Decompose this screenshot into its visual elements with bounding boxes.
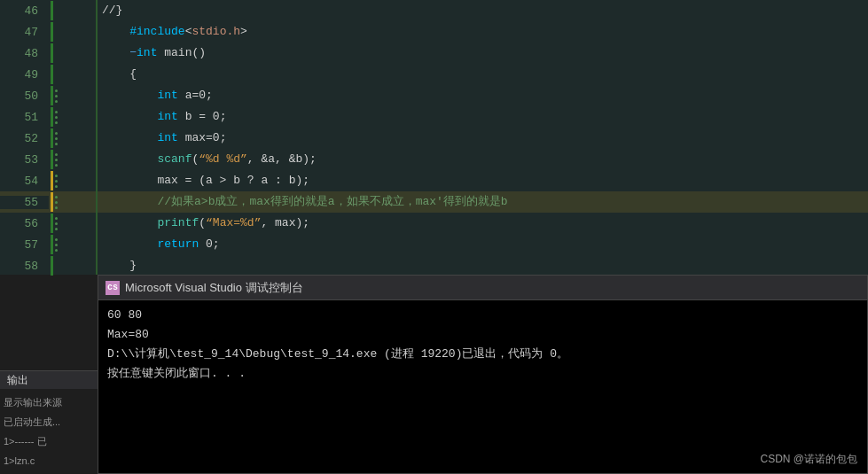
gutter-dot: [55, 244, 58, 246]
gutter-dots: [55, 87, 58, 105]
line-content: int max=0;: [95, 128, 868, 149]
console-icon-text: cs: [107, 283, 118, 292]
code-line: 46//}: [0, 0, 868, 21]
gutter-dot: [55, 175, 58, 177]
console-line: 按任意键关闭此窗口. . .: [107, 364, 858, 384]
gutter-bar-yellow: [51, 171, 53, 190]
line-gutter: [49, 171, 95, 190]
line-number: 53: [0, 153, 49, 167]
console-line: Max=80: [107, 325, 858, 345]
gutter-dots: [55, 129, 58, 148]
gutter-bar-green: [51, 107, 53, 127]
line-number: 47: [0, 26, 49, 39]
line-gutter: [49, 107, 95, 127]
line-number: 56: [0, 217, 49, 230]
gutter-dot: [55, 137, 58, 140]
output-line: 1>lzn.c: [4, 451, 94, 470]
console-line: D:\\计算机\test_9_14\Debug\test_9_14.exe (进…: [107, 345, 858, 364]
gutter-dot: [55, 185, 58, 188]
line-gutter: [49, 1, 95, 20]
line-number: 46: [0, 4, 49, 18]
line-content: }: [95, 255, 868, 276]
console-body: 60 80Max=80D:\\计算机\test_9_14\Debug\test_…: [98, 300, 867, 473]
code-line: 51 int b = 0;: [0, 106, 868, 128]
gutter-dot: [55, 111, 58, 113]
output-line: 1>------ 已: [4, 431, 94, 451]
line-content: max = (a > b ? a : b);: [95, 170, 868, 191]
code-lines: 46//}47 #include<stdio.h>48 −int main()4…: [0, 0, 868, 276]
line-number: 48: [0, 47, 49, 60]
gutter-bar-green: [51, 1, 53, 20]
line-number: 52: [0, 132, 49, 145]
gutter-dot: [55, 180, 58, 183]
line-gutter: [49, 214, 95, 233]
gutter-bar-green: [51, 128, 53, 148]
console-line: 60 80: [107, 306, 858, 325]
output-tab[interactable]: 输出: [0, 370, 98, 389]
line-content: //}: [95, 0, 868, 21]
gutter-dot: [55, 206, 58, 209]
gutter-dot: [55, 121, 58, 124]
gutter-dot: [55, 143, 58, 145]
line-number: 57: [0, 238, 49, 252]
gutter-dot: [55, 201, 58, 204]
gutter-dots: [55, 236, 58, 254]
line-content: int a=0;: [95, 85, 868, 106]
gutter-dot: [55, 222, 58, 225]
gutter-dots: [55, 172, 58, 190]
line-gutter: [49, 22, 95, 42]
gutter-dot: [55, 100, 58, 103]
gutter-dots: [55, 151, 58, 169]
line-content: #include<stdio.h>: [95, 21, 868, 43]
line-number: 55: [0, 196, 49, 209]
gutter-dots: [55, 193, 58, 212]
line-content: //如果a>b成立，max得到的就是a，如果不成立，max'得到的就是b: [95, 191, 868, 213]
output-content: 显示输出来源 已启动生成...1>------ 已1>lzn.c: [0, 389, 98, 474]
gutter-bar-green: [51, 214, 53, 233]
line-content: int b = 0;: [95, 106, 868, 128]
line-number: 54: [0, 175, 49, 188]
gutter-dot: [55, 132, 58, 135]
line-gutter: [49, 65, 95, 84]
gutter-dot: [55, 159, 58, 161]
line-content: −int main(): [95, 43, 868, 64]
code-line: 55 //如果a>b成立，max得到的就是a，如果不成立，max'得到的就是b: [0, 191, 868, 213]
gutter-bar-green: [51, 86, 53, 105]
line-gutter: [49, 150, 95, 169]
gutter-bar-green: [51, 43, 53, 63]
code-line: 58 }: [0, 255, 868, 276]
code-line: 52 int max=0;: [0, 128, 868, 149]
console-title: Microsoft Visual Studio 调试控制台: [125, 280, 303, 296]
gutter-dots: [55, 108, 58, 127]
gutter-dot: [55, 89, 58, 92]
code-line: 57 return 0;: [0, 234, 868, 255]
code-line: 47 #include<stdio.h>: [0, 21, 868, 43]
line-gutter: [49, 235, 95, 254]
line-content: {: [95, 64, 868, 85]
code-line: 53 scanf(“%d %d”, &a, &b);: [0, 149, 868, 170]
line-gutter: [49, 192, 95, 212]
gutter-dot: [55, 238, 58, 241]
gutter-bar-green: [51, 256, 53, 276]
line-number: 49: [0, 68, 49, 82]
line-gutter: [49, 43, 95, 63]
code-line: 54 max = (a > b ? a : b);: [0, 170, 868, 191]
line-content: printf(“Max=%d”, max);: [95, 213, 868, 234]
gutter-dot: [55, 164, 58, 167]
gutter-dot: [55, 95, 58, 97]
vertical-separator: [96, 0, 98, 275]
line-gutter: [49, 256, 95, 276]
gutter-dot: [55, 228, 58, 230]
gutter-dot: [55, 116, 58, 119]
line-content: return 0;: [95, 234, 868, 255]
line-content: scanf(“%d %d”, &a, &b);: [95, 149, 868, 170]
code-line: 56 printf(“Max=%d”, max);: [0, 213, 868, 234]
output-line: 已启动生成...: [4, 412, 94, 431]
watermark: CSDN @诺诺的包包: [760, 452, 857, 467]
code-editor: 46//}47 #include<stdio.h>48 −int main()4…: [0, 0, 868, 275]
gutter-dot: [55, 153, 58, 156]
gutter-dot: [55, 217, 58, 220]
gutter-dot: [55, 249, 58, 252]
console-titlebar: cs Microsoft Visual Studio 调试控制台: [98, 276, 867, 300]
output-tab-label: 输出: [7, 373, 28, 388]
